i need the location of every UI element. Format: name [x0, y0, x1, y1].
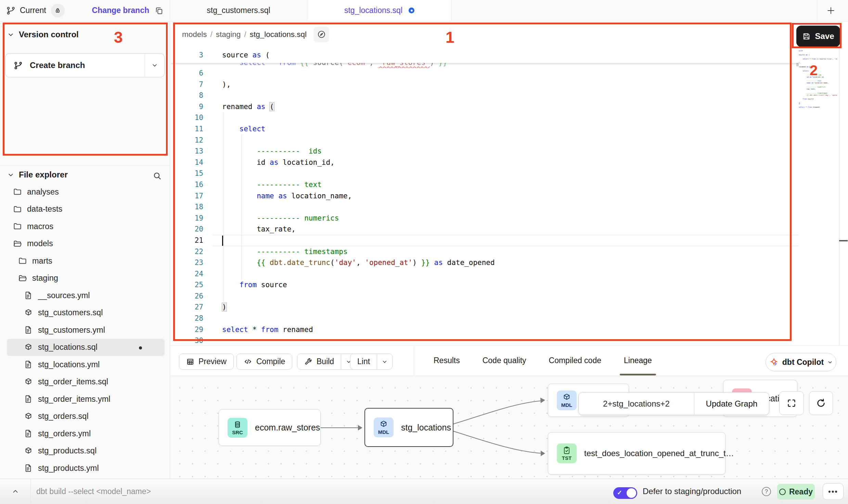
file-item-staging[interactable]: staging — [7, 270, 165, 287]
panel-resize-handle[interactable] — [839, 240, 848, 241]
code-line-9[interactable]: 9renamed as ( — [170, 101, 799, 112]
create-branch-main[interactable]: Create branch — [5, 54, 145, 77]
breadcrumb-file: stg_locations.sql — [250, 30, 307, 39]
file-explorer-header[interactable]: File explorer — [8, 170, 68, 180]
tab-lineage[interactable]: Lineage — [624, 356, 652, 365]
code-line-27[interactable]: 27) — [170, 302, 799, 313]
copy-branch-icon[interactable] — [155, 6, 164, 15]
code-line-19[interactable]: 19 ---------- numerics — [170, 213, 799, 224]
new-tab-button[interactable] — [826, 6, 836, 15]
tab-stg_customers[interactable]: stg_customers.sql — [170, 0, 307, 21]
file-item-__sources.yml[interactable]: __sources.yml — [7, 287, 165, 304]
more-options-button[interactable]: ••• — [823, 483, 844, 500]
folder-open-icon — [18, 274, 27, 283]
dbt-ide-app: Current Change branch stg_customers.sql … — [0, 0, 848, 504]
code-line-21[interactable]: 21 — [170, 235, 799, 246]
file-search-icon[interactable] — [153, 171, 162, 181]
build-button[interactable]: Build — [297, 354, 357, 370]
code-line-11[interactable]: 11 select — [170, 123, 799, 135]
file-item-macros[interactable]: macros — [7, 218, 165, 235]
file-item-stg_products.yml[interactable]: stg_products.yml — [7, 460, 165, 477]
code-line-6[interactable]: 6 — [170, 68, 799, 79]
file-item-analyses[interactable]: analyses — [7, 183, 165, 201]
lineage-canvas[interactable]: SRC ecom.raw_stores MDL stg_locations MD… — [170, 376, 848, 479]
preview-button[interactable]: Preview — [179, 354, 234, 370]
ready-label: Ready — [789, 487, 813, 496]
file-item-stg_customers.sql[interactable]: stg_customers.sql — [7, 304, 165, 322]
code-line-30[interactable]: 30 — [170, 335, 799, 345]
code-line-12[interactable]: 12 — [170, 135, 799, 146]
file-item-stg_locations.yml[interactable]: stg_locations.yml — [7, 356, 165, 373]
code-line-26[interactable]: 26 — [170, 291, 799, 302]
collapse-panel-button[interactable] — [0, 479, 31, 504]
file-item-stg_products.sql[interactable]: stg_products.sql — [7, 442, 165, 460]
code-line-22[interactable]: 22 ---------- timestamps — [170, 246, 799, 257]
file-item-stg_orders.sql[interactable]: stg_orders.sql — [7, 408, 165, 425]
code-line-14[interactable]: 14 id as location_id, — [170, 157, 799, 168]
code-line-16[interactable]: 16 ---------- text — [170, 179, 799, 190]
command-input[interactable]: dbt build --select <model_name> — [36, 479, 151, 504]
code-line-8[interactable]: 8 — [170, 90, 799, 101]
file-item-stg_customers.yml[interactable]: stg_customers.yml — [7, 321, 165, 339]
code-line-17[interactable]: 17 name as location_name, — [170, 190, 799, 202]
code-line-7[interactable]: 7), — [170, 79, 799, 90]
tab-compiled-code[interactable]: Compiled code — [549, 356, 601, 365]
file-item-stg_locations.sql[interactable]: stg_locations.sql — [7, 339, 165, 356]
ready-status-badge[interactable]: Ready — [777, 484, 815, 500]
unsaved-dot — [139, 346, 142, 349]
code-editor[interactable]: 67),89renamed as (1011 select1213 ------… — [170, 47, 799, 345]
branch-lock-badge — [51, 4, 65, 17]
file-item-models[interactable]: models — [7, 235, 165, 253]
file-item-label: stg_customers.yml — [38, 326, 105, 335]
file-item-label: stg_order_items.yml — [38, 395, 111, 404]
code-line-20[interactable]: 20 tax_rate, — [170, 224, 799, 235]
file-info-button[interactable] — [313, 27, 329, 42]
model-icon — [24, 412, 33, 421]
file-icon — [24, 291, 33, 300]
file-item-marts[interactable]: marts — [7, 252, 165, 270]
change-branch-link[interactable]: Change branch — [92, 6, 149, 15]
file-item-stg_order_items.yml[interactable]: stg_order_items.yml — [7, 390, 165, 408]
dbt-copilot-button[interactable]: dbt Copilot — [766, 353, 836, 371]
fullscreen-button[interactable] — [779, 391, 804, 415]
code-line-18[interactable]: 18 — [170, 201, 799, 213]
minimap[interactable]: withsource as ( select * from {{ source(… — [799, 50, 837, 110]
lint-dropdown[interactable] — [377, 354, 392, 369]
lineage-node-test[interactable]: TST test_does_location_opened_at_trunc_t… — [548, 432, 725, 475]
sidebar: Version control Create branch File explo… — [0, 22, 170, 479]
code-line-28[interactable]: 28 — [170, 313, 799, 324]
lint-button[interactable]: Lint — [350, 354, 393, 370]
breadcrumb: models/staging/stg_locations.sql — [170, 22, 839, 47]
create-branch-button[interactable]: Create branch — [5, 53, 165, 77]
defer-toggle[interactable]: ✓ — [613, 487, 637, 499]
update-graph-button[interactable]: Update Graph — [694, 393, 769, 415]
code-line-29[interactable]: 29select * from renamed — [170, 324, 799, 335]
code-lines: 67),89renamed as (1011 select1213 ------… — [170, 68, 799, 345]
create-branch-dropdown[interactable] — [145, 54, 164, 77]
save-icon — [802, 32, 811, 41]
tab-bar: Current Change branch stg_customers.sql … — [0, 0, 848, 22]
file-item-stg_order_items.sql[interactable]: stg_order_items.sql — [7, 373, 165, 391]
sticky-scroll-line: 3source as ( — [170, 47, 799, 63]
code-line-25[interactable]: 25 from source — [170, 279, 799, 291]
code-line-15[interactable]: 15 — [170, 168, 799, 179]
help-icon[interactable]: ? — [762, 487, 771, 496]
lineage-selector-input[interactable]: 2+stg_locations+2 — [579, 393, 694, 415]
tab-results[interactable]: Results — [434, 356, 460, 365]
code-line-24[interactable]: 24 — [170, 268, 799, 280]
refresh-button[interactable] — [809, 391, 833, 415]
file-item-stg_orders.yml[interactable]: stg_orders.yml — [7, 425, 165, 442]
lineage-node-stg-locations[interactable]: MDL stg_locations — [364, 408, 453, 447]
tab-stg_locations[interactable]: stg_locations.sql — [307, 0, 452, 21]
file-item-data-tests[interactable]: data-tests — [7, 201, 165, 218]
code-line-10[interactable]: 10 — [170, 112, 799, 123]
compile-button[interactable]: Compile — [236, 354, 292, 370]
minimap-line — [799, 108, 837, 110]
code-line-23[interactable]: 23 {{ dbt.date_trunc('day', 'opened_at')… — [170, 257, 799, 268]
version-control-header[interactable]: Version control — [8, 30, 79, 39]
save-button[interactable]: Save — [796, 26, 840, 47]
code-line-13[interactable]: 13 ---------- ids — [170, 146, 799, 157]
lock-icon — [54, 7, 61, 14]
lineage-node-source[interactable]: SRC ecom.raw_stores — [219, 409, 321, 446]
tab-code-quality[interactable]: Code quality — [483, 356, 526, 365]
